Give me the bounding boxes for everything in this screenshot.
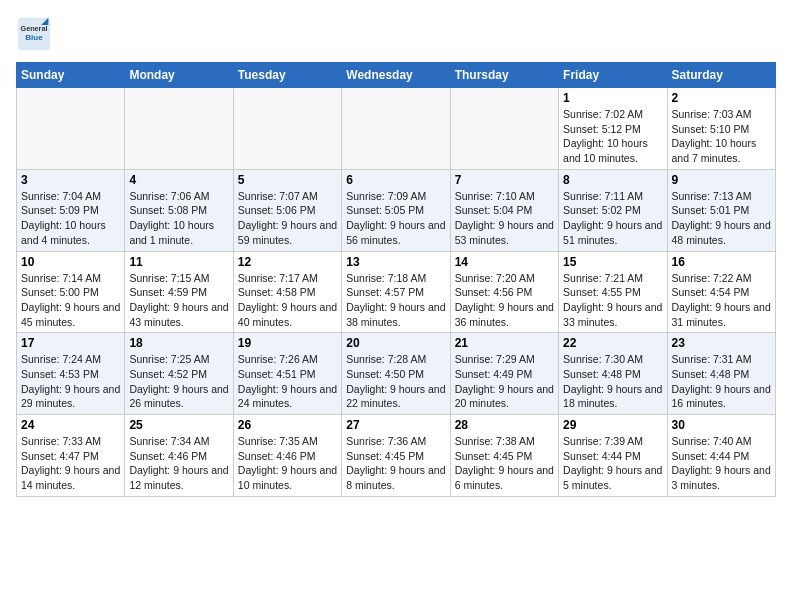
weekday-header: Monday bbox=[125, 63, 233, 88]
day-number: 18 bbox=[129, 336, 228, 350]
calendar-day-cell: 8Sunrise: 7:11 AM Sunset: 5:02 PM Daylig… bbox=[559, 169, 667, 251]
day-info: Sunrise: 7:10 AM Sunset: 5:04 PM Dayligh… bbox=[455, 189, 554, 248]
svg-text:Blue: Blue bbox=[25, 33, 43, 42]
day-number: 11 bbox=[129, 255, 228, 269]
day-info: Sunrise: 7:35 AM Sunset: 4:46 PM Dayligh… bbox=[238, 434, 337, 493]
day-number: 27 bbox=[346, 418, 445, 432]
weekday-header: Tuesday bbox=[233, 63, 341, 88]
day-info: Sunrise: 7:38 AM Sunset: 4:45 PM Dayligh… bbox=[455, 434, 554, 493]
day-info: Sunrise: 7:25 AM Sunset: 4:52 PM Dayligh… bbox=[129, 352, 228, 411]
day-number: 16 bbox=[672, 255, 771, 269]
calendar-day-cell: 3Sunrise: 7:04 AM Sunset: 5:09 PM Daylig… bbox=[17, 169, 125, 251]
day-number: 8 bbox=[563, 173, 662, 187]
day-info: Sunrise: 7:40 AM Sunset: 4:44 PM Dayligh… bbox=[672, 434, 771, 493]
day-info: Sunrise: 7:31 AM Sunset: 4:48 PM Dayligh… bbox=[672, 352, 771, 411]
day-number: 21 bbox=[455, 336, 554, 350]
calendar-day-cell bbox=[450, 88, 558, 170]
day-info: Sunrise: 7:07 AM Sunset: 5:06 PM Dayligh… bbox=[238, 189, 337, 248]
day-number: 20 bbox=[346, 336, 445, 350]
calendar-day-cell: 13Sunrise: 7:18 AM Sunset: 4:57 PM Dayli… bbox=[342, 251, 450, 333]
day-info: Sunrise: 7:13 AM Sunset: 5:01 PM Dayligh… bbox=[672, 189, 771, 248]
calendar-day-cell: 5Sunrise: 7:07 AM Sunset: 5:06 PM Daylig… bbox=[233, 169, 341, 251]
day-number: 13 bbox=[346, 255, 445, 269]
calendar-day-cell: 28Sunrise: 7:38 AM Sunset: 4:45 PM Dayli… bbox=[450, 415, 558, 497]
day-number: 2 bbox=[672, 91, 771, 105]
logo: General Blue bbox=[16, 16, 56, 52]
calendar-day-cell: 26Sunrise: 7:35 AM Sunset: 4:46 PM Dayli… bbox=[233, 415, 341, 497]
calendar-day-cell: 7Sunrise: 7:10 AM Sunset: 5:04 PM Daylig… bbox=[450, 169, 558, 251]
day-info: Sunrise: 7:22 AM Sunset: 4:54 PM Dayligh… bbox=[672, 271, 771, 330]
day-info: Sunrise: 7:18 AM Sunset: 4:57 PM Dayligh… bbox=[346, 271, 445, 330]
day-number: 15 bbox=[563, 255, 662, 269]
day-info: Sunrise: 7:14 AM Sunset: 5:00 PM Dayligh… bbox=[21, 271, 120, 330]
day-number: 28 bbox=[455, 418, 554, 432]
day-number: 25 bbox=[129, 418, 228, 432]
day-info: Sunrise: 7:20 AM Sunset: 4:56 PM Dayligh… bbox=[455, 271, 554, 330]
day-info: Sunrise: 7:33 AM Sunset: 4:47 PM Dayligh… bbox=[21, 434, 120, 493]
calendar-day-cell bbox=[233, 88, 341, 170]
calendar-day-cell bbox=[125, 88, 233, 170]
day-number: 29 bbox=[563, 418, 662, 432]
day-number: 10 bbox=[21, 255, 120, 269]
calendar-table: SundayMondayTuesdayWednesdayThursdayFrid… bbox=[16, 62, 776, 497]
page-header: General Blue bbox=[16, 16, 776, 52]
calendar-day-cell: 12Sunrise: 7:17 AM Sunset: 4:58 PM Dayli… bbox=[233, 251, 341, 333]
weekday-header: Wednesday bbox=[342, 63, 450, 88]
day-info: Sunrise: 7:34 AM Sunset: 4:46 PM Dayligh… bbox=[129, 434, 228, 493]
day-number: 26 bbox=[238, 418, 337, 432]
calendar-day-cell: 9Sunrise: 7:13 AM Sunset: 5:01 PM Daylig… bbox=[667, 169, 775, 251]
day-info: Sunrise: 7:03 AM Sunset: 5:10 PM Dayligh… bbox=[672, 107, 771, 166]
calendar-day-cell: 14Sunrise: 7:20 AM Sunset: 4:56 PM Dayli… bbox=[450, 251, 558, 333]
day-info: Sunrise: 7:21 AM Sunset: 4:55 PM Dayligh… bbox=[563, 271, 662, 330]
day-info: Sunrise: 7:06 AM Sunset: 5:08 PM Dayligh… bbox=[129, 189, 228, 248]
calendar-day-cell: 21Sunrise: 7:29 AM Sunset: 4:49 PM Dayli… bbox=[450, 333, 558, 415]
calendar-day-cell: 30Sunrise: 7:40 AM Sunset: 4:44 PM Dayli… bbox=[667, 415, 775, 497]
calendar-week-row: 3Sunrise: 7:04 AM Sunset: 5:09 PM Daylig… bbox=[17, 169, 776, 251]
day-info: Sunrise: 7:24 AM Sunset: 4:53 PM Dayligh… bbox=[21, 352, 120, 411]
day-number: 6 bbox=[346, 173, 445, 187]
calendar-week-row: 10Sunrise: 7:14 AM Sunset: 5:00 PM Dayli… bbox=[17, 251, 776, 333]
calendar-day-cell bbox=[342, 88, 450, 170]
day-number: 30 bbox=[672, 418, 771, 432]
day-number: 9 bbox=[672, 173, 771, 187]
day-info: Sunrise: 7:02 AM Sunset: 5:12 PM Dayligh… bbox=[563, 107, 662, 166]
day-info: Sunrise: 7:36 AM Sunset: 4:45 PM Dayligh… bbox=[346, 434, 445, 493]
svg-text:General: General bbox=[21, 24, 48, 33]
calendar-day-cell: 20Sunrise: 7:28 AM Sunset: 4:50 PM Dayli… bbox=[342, 333, 450, 415]
calendar-day-cell: 4Sunrise: 7:06 AM Sunset: 5:08 PM Daylig… bbox=[125, 169, 233, 251]
weekday-header: Saturday bbox=[667, 63, 775, 88]
day-number: 12 bbox=[238, 255, 337, 269]
calendar-day-cell: 17Sunrise: 7:24 AM Sunset: 4:53 PM Dayli… bbox=[17, 333, 125, 415]
day-number: 3 bbox=[21, 173, 120, 187]
day-info: Sunrise: 7:29 AM Sunset: 4:49 PM Dayligh… bbox=[455, 352, 554, 411]
calendar-day-cell: 6Sunrise: 7:09 AM Sunset: 5:05 PM Daylig… bbox=[342, 169, 450, 251]
day-number: 1 bbox=[563, 91, 662, 105]
day-info: Sunrise: 7:28 AM Sunset: 4:50 PM Dayligh… bbox=[346, 352, 445, 411]
calendar-day-cell: 15Sunrise: 7:21 AM Sunset: 4:55 PM Dayli… bbox=[559, 251, 667, 333]
calendar-day-cell: 27Sunrise: 7:36 AM Sunset: 4:45 PM Dayli… bbox=[342, 415, 450, 497]
calendar-day-cell bbox=[17, 88, 125, 170]
day-info: Sunrise: 7:04 AM Sunset: 5:09 PM Dayligh… bbox=[21, 189, 120, 248]
calendar-day-cell: 24Sunrise: 7:33 AM Sunset: 4:47 PM Dayli… bbox=[17, 415, 125, 497]
day-number: 4 bbox=[129, 173, 228, 187]
calendar-day-cell: 29Sunrise: 7:39 AM Sunset: 4:44 PM Dayli… bbox=[559, 415, 667, 497]
day-number: 19 bbox=[238, 336, 337, 350]
calendar-day-cell: 11Sunrise: 7:15 AM Sunset: 4:59 PM Dayli… bbox=[125, 251, 233, 333]
calendar-day-cell: 19Sunrise: 7:26 AM Sunset: 4:51 PM Dayli… bbox=[233, 333, 341, 415]
calendar-week-row: 1Sunrise: 7:02 AM Sunset: 5:12 PM Daylig… bbox=[17, 88, 776, 170]
day-info: Sunrise: 7:17 AM Sunset: 4:58 PM Dayligh… bbox=[238, 271, 337, 330]
day-info: Sunrise: 7:09 AM Sunset: 5:05 PM Dayligh… bbox=[346, 189, 445, 248]
calendar-header-row: SundayMondayTuesdayWednesdayThursdayFrid… bbox=[17, 63, 776, 88]
day-number: 24 bbox=[21, 418, 120, 432]
calendar-day-cell: 22Sunrise: 7:30 AM Sunset: 4:48 PM Dayli… bbox=[559, 333, 667, 415]
day-info: Sunrise: 7:26 AM Sunset: 4:51 PM Dayligh… bbox=[238, 352, 337, 411]
day-number: 7 bbox=[455, 173, 554, 187]
calendar-day-cell: 25Sunrise: 7:34 AM Sunset: 4:46 PM Dayli… bbox=[125, 415, 233, 497]
day-number: 22 bbox=[563, 336, 662, 350]
day-number: 23 bbox=[672, 336, 771, 350]
day-info: Sunrise: 7:39 AM Sunset: 4:44 PM Dayligh… bbox=[563, 434, 662, 493]
weekday-header: Friday bbox=[559, 63, 667, 88]
calendar-day-cell: 1Sunrise: 7:02 AM Sunset: 5:12 PM Daylig… bbox=[559, 88, 667, 170]
calendar-week-row: 24Sunrise: 7:33 AM Sunset: 4:47 PM Dayli… bbox=[17, 415, 776, 497]
day-number: 5 bbox=[238, 173, 337, 187]
